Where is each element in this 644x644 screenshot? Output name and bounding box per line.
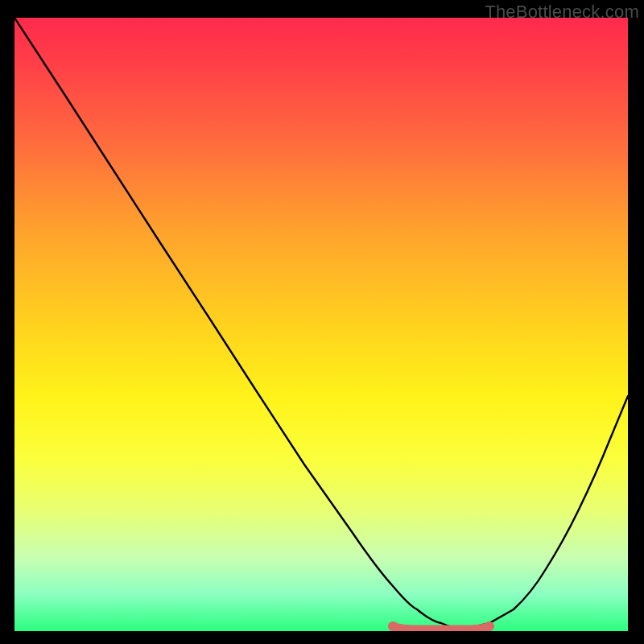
chart-svg [14, 18, 628, 631]
chart-frame [14, 18, 628, 631]
optimal-region-marker [393, 626, 489, 630]
marker-dot-left [388, 621, 398, 631]
marker-dot-right [485, 621, 494, 631]
watermark-text: TheBottleneck.com [485, 2, 639, 23]
bottleneck-curve [14, 18, 628, 629]
